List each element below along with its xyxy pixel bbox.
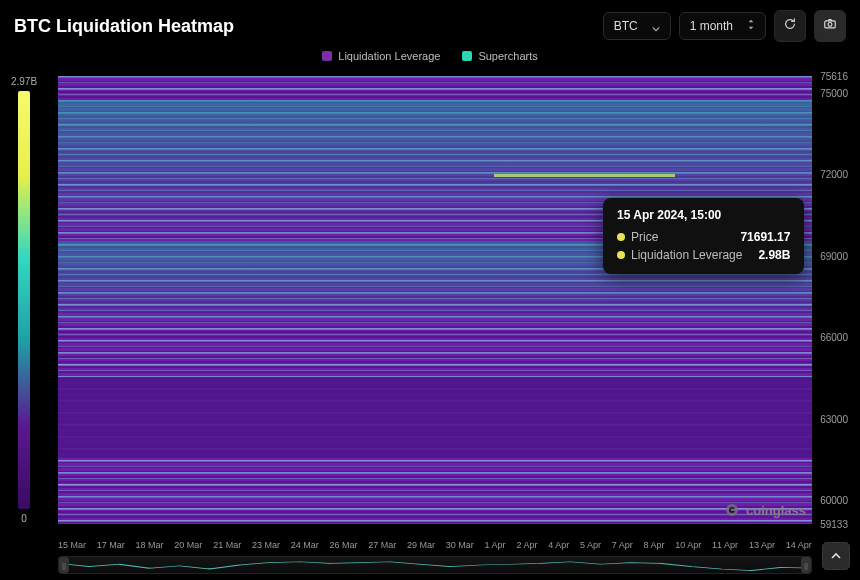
- svg-point-2: [726, 504, 738, 516]
- legend-label-sup: Supercharts: [478, 50, 537, 62]
- x-tick: 18 Mar: [136, 540, 164, 554]
- y-tick: 69000: [820, 250, 848, 261]
- scrubber-handle-left[interactable]: ||: [59, 557, 69, 573]
- x-tick: 10 Apr: [675, 540, 701, 554]
- x-tick: 20 Mar: [174, 540, 202, 554]
- range-select-value: 1 month: [690, 19, 733, 33]
- logo-icon: [724, 502, 740, 518]
- chevron-down-icon: [652, 22, 660, 30]
- x-tick: 29 Mar: [407, 540, 435, 554]
- x-tick: 14 Apr: [786, 540, 812, 554]
- range-select[interactable]: 1 month: [679, 12, 766, 40]
- tooltip-price-value: 71691.17: [740, 230, 790, 244]
- svg-point-1: [828, 23, 832, 27]
- x-tick: 1 Apr: [485, 540, 506, 554]
- legend: Liquidation Leverage Supercharts: [0, 46, 860, 68]
- x-tick: 17 Mar: [97, 540, 125, 554]
- x-tick: 27 Mar: [368, 540, 396, 554]
- chart-tooltip: 15 Apr 2024, 15:00 Price 71691.17 Liquid…: [603, 198, 804, 274]
- watermark: coinglass: [724, 502, 806, 518]
- y-axis: 5913360000630006600069000720007500075616: [814, 76, 850, 524]
- x-tick: 7 Apr: [612, 540, 633, 554]
- colorbar-min: 0: [21, 513, 27, 524]
- camera-icon: [823, 17, 837, 35]
- legend-swatch-sup: [462, 51, 472, 61]
- svg-rect-4: [731, 509, 736, 511]
- y-tick: 75000: [820, 87, 848, 98]
- x-tick: 23 Mar: [252, 540, 280, 554]
- x-tick: 30 Mar: [446, 540, 474, 554]
- legend-item-supercharts: Supercharts: [462, 50, 537, 62]
- x-tick: 13 Apr: [749, 540, 775, 554]
- y-tick: 63000: [820, 413, 848, 424]
- colorbar: 2.97B 0: [10, 76, 38, 524]
- refresh-icon: [783, 17, 797, 35]
- heatmap-plot[interactable]: 15 Apr 2024, 15:00 Price 71691.17 Liquid…: [58, 76, 812, 524]
- scroll-top-button[interactable]: [822, 542, 850, 570]
- tooltip-date: 15 Apr 2024, 15:00: [617, 208, 790, 222]
- colorbar-max: 2.97B: [11, 76, 37, 87]
- watermark-text: coinglass: [746, 503, 806, 518]
- legend-swatch-liq: [322, 51, 332, 61]
- x-tick: 21 Mar: [213, 540, 241, 554]
- y-tick: 60000: [820, 495, 848, 506]
- y-tick: 75616: [820, 71, 848, 82]
- tooltip-liq-label: Liquidation Leverage: [631, 248, 742, 262]
- asset-select[interactable]: BTC: [603, 12, 671, 40]
- screenshot-button[interactable]: [814, 10, 846, 42]
- range-scrubber[interactable]: || ||: [58, 556, 812, 574]
- x-tick: 4 Apr: [548, 540, 569, 554]
- x-tick: 5 Apr: [580, 540, 601, 554]
- refresh-button[interactable]: [774, 10, 806, 42]
- x-tick: 24 Mar: [291, 540, 319, 554]
- asset-select-value: BTC: [614, 19, 638, 33]
- scrubber-handle-right[interactable]: ||: [801, 557, 811, 573]
- x-tick: 15 Mar: [58, 540, 86, 554]
- page-title: BTC Liquidation Heatmap: [14, 16, 234, 37]
- scrubber-sparkline: [59, 557, 811, 573]
- chevron-up-icon: [831, 547, 841, 565]
- colorbar-gradient: [18, 91, 30, 509]
- y-tick: 59133: [820, 519, 848, 530]
- legend-label-liq: Liquidation Leverage: [338, 50, 440, 62]
- x-tick: 11 Apr: [712, 540, 738, 554]
- candlestick-overlay: [58, 76, 358, 226]
- tooltip-price-label: Price: [631, 230, 658, 244]
- x-tick: 8 Apr: [644, 540, 665, 554]
- sort-icon: [747, 19, 755, 33]
- svg-point-3: [729, 507, 735, 513]
- tooltip-liq-value: 2.98B: [758, 248, 790, 262]
- legend-item-liquidation: Liquidation Leverage: [322, 50, 440, 62]
- x-tick: 26 Mar: [329, 540, 357, 554]
- y-tick: 66000: [820, 332, 848, 343]
- x-tick: 2 Apr: [516, 540, 537, 554]
- x-axis: 15 Mar17 Mar18 Mar20 Mar21 Mar23 Mar24 M…: [58, 540, 812, 554]
- y-tick: 72000: [820, 169, 848, 180]
